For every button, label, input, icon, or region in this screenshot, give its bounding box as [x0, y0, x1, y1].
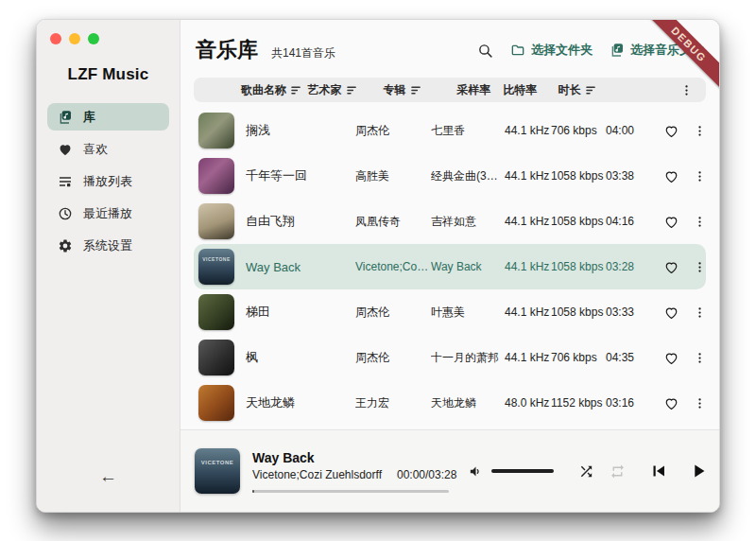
song-sample-rate: 44.1 kHz	[505, 260, 551, 273]
table-row-active[interactable]: VICETONE Way Back Vicetone;Cozi Zu... Wa…	[194, 244, 706, 289]
collapse-sidebar-button[interactable]: ←	[37, 466, 180, 512]
song-artist: 王力宏	[355, 395, 431, 411]
heart-icon	[57, 141, 73, 157]
row-options-button[interactable]	[687, 305, 712, 320]
song-artist: Vicetone;Cozi Zu...	[355, 260, 431, 273]
album-art	[198, 158, 234, 194]
now-playing-artist: Vicetone;Cozi Zuehlsdorff	[252, 468, 382, 481]
table-row[interactable]: 天地龙鳞 王力宏 天地龙鳞 48.0 kHz 1152 kbps 03:16	[194, 380, 706, 426]
row-options-button[interactable]	[687, 169, 712, 183]
table-header: 歌曲名称 艺术家 专辑 采样率 比特率 时长	[194, 78, 706, 102]
sort-icon	[411, 85, 421, 96]
column-header-song-name[interactable]: 歌曲名称	[241, 82, 308, 98]
album-art	[198, 113, 234, 148]
page-title: 音乐库	[196, 36, 258, 64]
song-artist: 凤凰传奇	[355, 214, 431, 230]
progress-bar[interactable]	[252, 490, 449, 493]
sidebar-nav: 库 喜欢 播放列表 最近播放 系统设置	[37, 103, 180, 259]
player-controls	[468, 461, 720, 481]
choose-folder-button[interactable]: 选择文件夹	[510, 42, 593, 59]
volume-slider[interactable]	[491, 469, 554, 473]
table-row[interactable]: 梯田 周杰伦 叶惠美 44.1 kHz 1058 kbps 03:33	[194, 289, 706, 335]
column-header-artist[interactable]: 艺术家	[308, 82, 384, 98]
album-art	[198, 340, 234, 375]
row-options-button[interactable]	[687, 215, 712, 229]
repeat-button[interactable]	[610, 463, 626, 480]
previous-track-button[interactable]	[648, 461, 669, 481]
song-duration: 04:35	[606, 351, 655, 364]
choose-folder-label: 选择文件夹	[531, 42, 593, 59]
song-sample-rate: 48.0 kHz	[505, 396, 551, 410]
sidebar-item-library[interactable]: 库	[47, 103, 169, 131]
song-album: 吉祥如意	[431, 214, 499, 230]
favorite-button[interactable]	[655, 350, 687, 366]
song-name: 千年等一回	[246, 167, 355, 184]
column-header-bitrate: 比特率	[504, 82, 558, 98]
play-button[interactable]	[688, 461, 709, 481]
volume-icon[interactable]	[468, 463, 484, 480]
song-duration: 03:16	[606, 396, 655, 410]
search-button[interactable]	[477, 43, 493, 59]
app-window: LZF Music 库 喜欢 播放列表 最近播放	[36, 19, 720, 513]
song-bitrate: 1152 kbps	[551, 396, 606, 410]
sidebar: LZF Music 库 喜欢 播放列表 最近播放	[37, 20, 180, 512]
sort-icon	[347, 85, 357, 96]
column-header-duration[interactable]: 时长	[558, 82, 608, 98]
song-sample-rate: 44.1 kHz	[505, 124, 551, 137]
row-options-button[interactable]	[687, 351, 712, 365]
song-artist: 周杰伦	[355, 305, 431, 321]
table-options-button[interactable]	[674, 83, 698, 97]
song-list: 搁浅 周杰伦 七里香 44.1 kHz 706 kbps 04:00 千年等一回…	[180, 106, 719, 426]
sidebar-item-label: 喜欢	[83, 141, 108, 158]
song-duration: 04:00	[606, 124, 655, 137]
close-button[interactable]	[50, 33, 61, 44]
sort-icon	[291, 85, 301, 96]
song-album: 天地龙鳞	[431, 395, 499, 411]
favorite-button[interactable]	[655, 214, 687, 230]
sort-icon	[586, 85, 596, 96]
favorite-button[interactable]	[655, 168, 687, 184]
song-name: 自由飞翔	[246, 213, 355, 230]
window-controls	[37, 20, 180, 44]
sidebar-item-favorites[interactable]: 喜欢	[47, 135, 169, 163]
song-artist: 周杰伦	[355, 350, 431, 366]
song-name: Way Back	[246, 260, 355, 274]
sidebar-item-recent[interactable]: 最近播放	[47, 200, 169, 227]
table-row[interactable]: 枫 周杰伦 十一月的萧邦 44.1 kHz 706 kbps 04:35	[194, 335, 706, 380]
player-bar: VICETONE Way Back Vicetone;Cozi Zuehlsdo…	[180, 429, 719, 512]
now-playing-title: Way Back	[252, 450, 468, 465]
now-playing-info: Way Back Vicetone;Cozi Zuehlsdorff 00:00…	[252, 450, 468, 493]
song-album: 叶惠美	[431, 305, 499, 321]
row-options-button[interactable]	[687, 124, 712, 138]
music-file-icon	[610, 43, 625, 58]
minimize-button[interactable]	[69, 33, 80, 44]
desktop: LZF Music 库 喜欢 播放列表 最近播放	[0, 0, 756, 541]
song-bitrate: 706 kbps	[551, 124, 606, 137]
song-artist: 周杰伦	[355, 123, 431, 139]
table-row[interactable]: 自由飞翔 凤凰传奇 吉祥如意 44.1 kHz 1058 kbps 04:16	[194, 199, 706, 244]
row-options-button[interactable]	[687, 396, 712, 410]
favorite-button[interactable]	[655, 123, 687, 139]
column-header-sample-rate: 采样率	[457, 82, 504, 98]
song-sample-rate: 44.1 kHz	[505, 215, 551, 228]
song-bitrate: 706 kbps	[551, 351, 606, 364]
sidebar-item-settings[interactable]: 系统设置	[47, 232, 169, 259]
column-header-album[interactable]: 专辑	[384, 82, 452, 98]
row-options-button[interactable]	[687, 260, 712, 274]
table-row[interactable]: 搁浅 周杰伦 七里香 44.1 kHz 706 kbps 04:00	[194, 108, 706, 153]
table-row[interactable]: 千年等一回 高胜美 经典金曲(3)如果... 44.1 kHz 1058 kbp…	[194, 153, 706, 199]
song-duration: 03:33	[606, 305, 655, 319]
album-art	[198, 385, 234, 421]
zoom-button[interactable]	[88, 33, 99, 44]
now-playing-time: 00:00/03:28	[397, 468, 456, 481]
sidebar-item-playlists[interactable]: 播放列表	[47, 167, 169, 195]
favorite-button[interactable]	[655, 305, 687, 321]
song-album: 经典金曲(3)如果...	[431, 168, 499, 184]
sidebar-item-label: 系统设置	[83, 237, 132, 254]
library-icon	[57, 109, 73, 125]
favorite-button[interactable]	[655, 259, 687, 275]
song-count: 共141首音乐	[271, 45, 335, 61]
favorite-button[interactable]	[655, 395, 687, 411]
album-art: VICETONE	[198, 249, 234, 285]
shuffle-button[interactable]	[578, 463, 594, 480]
